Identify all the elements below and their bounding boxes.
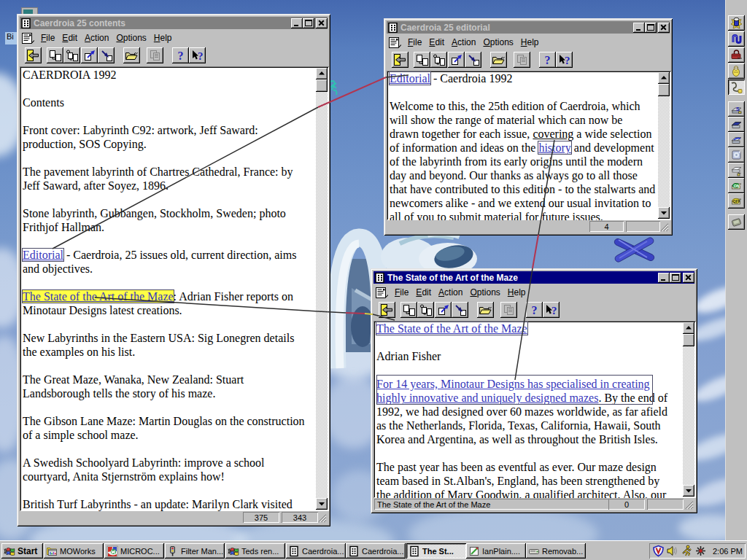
svg-text:?: ? bbox=[198, 50, 204, 62]
svg-text:?: ? bbox=[551, 305, 557, 316]
svg-text:?: ? bbox=[531, 304, 537, 316]
svg-text:ON: ON bbox=[734, 184, 740, 188]
svg-text:?: ? bbox=[177, 50, 183, 61]
svg-text:?: ? bbox=[565, 55, 570, 66]
svg-text:OFF: OFF bbox=[733, 199, 740, 203]
svg-text:S: S bbox=[736, 106, 740, 112]
svg-text:?: ? bbox=[544, 54, 550, 66]
